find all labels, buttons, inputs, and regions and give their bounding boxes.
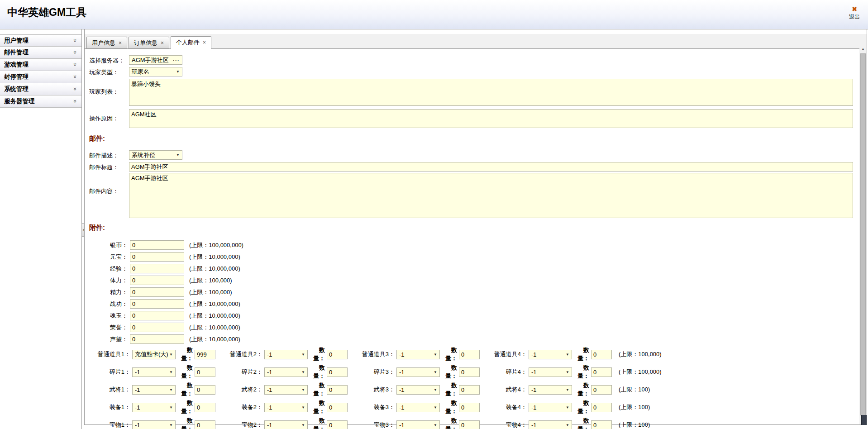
currency-row: 经验：(上限：10,000,000) — [89, 264, 853, 273]
player-list-textarea[interactable] — [129, 79, 853, 106]
chevron-down-icon: ▼ — [169, 405, 173, 410]
logout-button[interactable]: ✖ 退出 — [849, 6, 860, 20]
quantity-input[interactable] — [459, 350, 480, 359]
item-select[interactable]: -1▼ — [132, 403, 176, 412]
sidebar-item-系统管理[interactable]: 系统管理» — [0, 83, 81, 95]
sidebar-item-游戏管理[interactable]: 游戏管理» — [0, 59, 81, 71]
item-select[interactable]: -1▼ — [132, 367, 176, 377]
item-select[interactable]: -1▼ — [264, 350, 308, 359]
tab-close-icon[interactable]: × — [203, 39, 206, 46]
sidebar-item-用户管理[interactable]: 用户管理» — [0, 34, 81, 47]
currency-row: 精力：(上限：100,000) — [89, 287, 853, 297]
mail-content-label: 邮件内容： — [89, 173, 129, 218]
sidebar-item-服务器管理[interactable]: 服务器管理» — [0, 95, 81, 108]
quantity-label: 数量： — [308, 399, 327, 415]
currency-input[interactable] — [130, 240, 184, 250]
tab-订单信息[interactable]: 订单信息× — [129, 37, 169, 49]
item-select-value: -1 — [135, 369, 140, 376]
quantity-input[interactable] — [327, 403, 348, 412]
quantity-input[interactable] — [327, 385, 348, 395]
currency-label: 声望： — [89, 335, 130, 343]
quantity-input[interactable] — [591, 367, 612, 377]
currency-input[interactable] — [130, 287, 184, 297]
chevron-down-icon: ▼ — [169, 353, 173, 357]
browse-dots-icon[interactable]: ··· — [173, 58, 180, 62]
scrollbar-thumb[interactable] — [860, 53, 866, 415]
quantity-input[interactable] — [327, 420, 348, 429]
player-list-label: 玩家列表： — [89, 79, 129, 106]
item-select[interactable]: -1▼ — [264, 367, 308, 377]
currency-input[interactable] — [130, 252, 184, 262]
quantity-input[interactable] — [591, 350, 612, 359]
chevron-down-icon: ▼ — [566, 405, 569, 410]
reason-textarea[interactable] — [129, 109, 853, 128]
player-type-label: 玩家类型： — [89, 67, 129, 76]
currency-limit: (上限：10,000,000) — [189, 265, 240, 273]
item-row: 装备1：-1▼数量：装备2：-1▼数量：装备3：-1▼数量：装备4：-1▼数量：… — [89, 399, 853, 415]
quantity-input[interactable] — [195, 420, 215, 429]
item-select[interactable]: -1▼ — [396, 403, 440, 412]
quantity-input[interactable] — [459, 367, 480, 377]
item-group: 宝物4：-1▼数量： — [486, 417, 618, 429]
tab-label: 个人邮件 — [176, 39, 200, 46]
item-label: 武将3： — [353, 386, 396, 394]
mail-section-title: 邮件: — [89, 134, 853, 143]
quantity-input[interactable] — [327, 367, 348, 377]
quantity-input[interactable] — [591, 385, 612, 395]
scroll-up-icon[interactable]: ▲ — [859, 45, 867, 53]
item-select[interactable]: -1▼ — [264, 420, 308, 429]
mail-title-label: 邮件标题： — [89, 162, 129, 172]
quantity-input[interactable] — [195, 367, 215, 377]
player-type-select[interactable]: 玩家名 ▼ — [129, 67, 182, 76]
currency-input[interactable] — [130, 264, 184, 273]
mail-desc-select[interactable]: 系统补偿 ▼ — [129, 150, 182, 160]
item-select[interactable]: -1▼ — [132, 385, 176, 395]
server-picker[interactable]: AGM手游社区 ··· — [129, 55, 182, 65]
quantity-input[interactable] — [591, 403, 612, 412]
item-group: 碎片3：-1▼数量： — [353, 364, 486, 380]
item-select[interactable]: -1▼ — [264, 403, 308, 412]
item-select[interactable]: -1▼ — [396, 420, 440, 429]
quantity-input[interactable] — [459, 420, 480, 429]
item-select[interactable]: -1▼ — [396, 367, 440, 377]
quantity-input[interactable] — [591, 420, 612, 429]
chevron-down-icon: ▼ — [434, 388, 437, 392]
item-select[interactable]: -1▼ — [396, 385, 440, 395]
currency-input[interactable] — [130, 311, 184, 320]
quantity-input[interactable] — [195, 350, 215, 359]
item-select[interactable]: -1▼ — [529, 350, 572, 359]
tab-close-icon[interactable]: × — [161, 40, 164, 46]
quantity-input[interactable] — [195, 403, 215, 412]
tab-close-icon[interactable]: × — [119, 40, 122, 46]
sidebar-item-邮件管理[interactable]: 邮件管理» — [0, 47, 81, 59]
currency-input[interactable] — [130, 323, 184, 332]
item-select[interactable]: -1▼ — [529, 385, 572, 395]
quantity-input[interactable] — [327, 350, 348, 359]
sidebar-item-封停管理[interactable]: 封停管理» — [0, 71, 81, 83]
item-select-value: -1 — [531, 351, 537, 358]
item-select[interactable]: -1▼ — [396, 350, 440, 359]
item-select[interactable]: -1▼ — [529, 420, 572, 429]
currency-label: 体力： — [89, 276, 130, 285]
item-select-value: -1 — [267, 369, 272, 376]
item-select[interactable]: -1▼ — [132, 420, 176, 429]
currency-input[interactable] — [130, 334, 184, 344]
item-select[interactable]: -1▼ — [264, 385, 308, 395]
item-select-value: -1 — [135, 386, 140, 393]
mail-content-textarea[interactable] — [129, 173, 853, 218]
quantity-input[interactable] — [459, 385, 480, 395]
currency-input[interactable] — [130, 299, 184, 309]
mail-title-input[interactable] — [129, 162, 853, 172]
vertical-scrollbar[interactable]: ▲ ▼ — [859, 45, 867, 424]
item-group: 武将3：-1▼数量： — [353, 381, 486, 398]
item-select[interactable]: -1▼ — [529, 367, 572, 377]
quantity-input[interactable] — [195, 385, 215, 395]
quantity-label: 数量： — [308, 417, 327, 429]
tab-个人邮件[interactable]: 个人邮件× — [171, 36, 211, 49]
quantity-input[interactable] — [459, 403, 480, 412]
item-select[interactable]: 充值點卡(大)▼ — [132, 350, 176, 359]
attach-section-title: 附件: — [89, 224, 853, 232]
item-select[interactable]: -1▼ — [529, 403, 572, 412]
currency-input[interactable] — [130, 276, 184, 285]
tab-用户信息[interactable]: 用户信息× — [86, 37, 127, 49]
